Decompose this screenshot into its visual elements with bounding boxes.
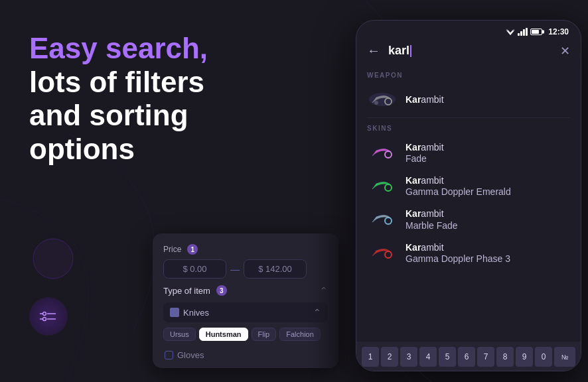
key-1[interactable]: 1 bbox=[362, 347, 379, 367]
key-4[interactable]: 4 bbox=[419, 347, 437, 367]
knives-text: Knives bbox=[183, 308, 209, 318]
headline-line2: lots of filters bbox=[29, 66, 204, 98]
emerald-name: Karambit bbox=[405, 174, 570, 186]
emerald-svg bbox=[367, 174, 398, 197]
list-item[interactable]: Karambit Marble Fade bbox=[356, 202, 581, 235]
knife-tags: Ursus Huntsman Flip Falchion bbox=[163, 328, 328, 341]
gloves-checkbox[interactable] bbox=[165, 351, 173, 359]
key-0[interactable]: 0 bbox=[535, 347, 552, 367]
karambit-weapon-svg bbox=[367, 88, 398, 111]
price-max-input[interactable] bbox=[244, 259, 307, 279]
key-8[interactable]: 8 bbox=[496, 347, 514, 367]
key-nr[interactable]: № bbox=[554, 347, 575, 367]
phase3-text: Karambit Gamma Doppler Phase 3 bbox=[405, 241, 570, 264]
svg-point-2 bbox=[43, 318, 46, 321]
price-inputs: — bbox=[163, 259, 328, 279]
close-icon[interactable]: ✕ bbox=[560, 44, 570, 58]
tag-flip[interactable]: Flip bbox=[252, 328, 277, 341]
search-text: karl bbox=[388, 44, 409, 58]
emerald-name-highlight: Kar bbox=[405, 175, 421, 186]
search-bar: ← karl ✕ bbox=[356, 39, 581, 66]
keyboard-row: 1 2 3 4 5 6 7 8 9 0 № bbox=[356, 342, 581, 371]
knives-label: Knives bbox=[170, 308, 209, 318]
filter-icon-circle bbox=[29, 297, 68, 336]
headline: Easy search, lots of filters and sorting… bbox=[29, 32, 299, 166]
tag-falchion[interactable]: Falchion bbox=[279, 328, 321, 341]
signal-icon bbox=[518, 28, 528, 36]
gloves-label: Gloves bbox=[177, 350, 204, 360]
phone-frame: 12:30 ← karl ✕ WEAPON bbox=[356, 20, 581, 371]
emerald-image bbox=[367, 174, 398, 197]
key-2[interactable]: 2 bbox=[381, 347, 398, 367]
phone-container: 12:30 ← karl ✕ WEAPON bbox=[356, 20, 581, 371]
section-weapon-label: WEAPON bbox=[356, 66, 581, 83]
phase3-svg bbox=[367, 241, 398, 264]
list-item[interactable]: Karambit Gamma Doppler Phase 3 bbox=[356, 236, 581, 269]
fade-subname: Fade bbox=[405, 153, 570, 164]
weapon-name-normal: ambit bbox=[421, 94, 443, 105]
filter-card: Price 1 — Type of item 3 ⌃ Knives ⌃ Ursu… bbox=[153, 233, 338, 368]
price-label: Price bbox=[163, 245, 181, 254]
chevron-up-icon: ⌃ bbox=[320, 285, 328, 296]
divider bbox=[367, 117, 570, 118]
weapon-name: Karambit bbox=[405, 94, 444, 105]
filter-icon bbox=[40, 310, 57, 323]
filter-type-badge: 3 bbox=[216, 285, 227, 296]
tag-huntsman[interactable]: Huntsman bbox=[199, 328, 248, 341]
key-3[interactable]: 3 bbox=[400, 347, 417, 367]
key-7[interactable]: 7 bbox=[477, 347, 494, 367]
search-highlight: karl bbox=[388, 44, 409, 57]
gloves-row[interactable]: Gloves bbox=[163, 346, 328, 360]
list-item[interactable]: Karambit Gamma Doppler Emerald bbox=[356, 169, 581, 202]
svg-point-11 bbox=[374, 101, 378, 105]
emerald-name-normal: ambit bbox=[421, 175, 443, 186]
marble-name-normal: ambit bbox=[421, 208, 443, 219]
fade-name-highlight: Kar bbox=[405, 142, 421, 153]
back-arrow-icon[interactable]: ← bbox=[367, 43, 380, 58]
price-badge: 1 bbox=[187, 244, 198, 255]
battery-icon bbox=[530, 29, 542, 35]
key-9[interactable]: 9 bbox=[516, 347, 533, 367]
fade-image bbox=[367, 141, 398, 164]
filter-type-label: Type of item bbox=[163, 286, 210, 296]
knives-row: Knives ⌃ bbox=[163, 302, 328, 322]
key-5[interactable]: 5 bbox=[439, 347, 456, 367]
key-6[interactable]: 6 bbox=[458, 347, 475, 367]
phase3-image bbox=[367, 241, 398, 264]
phase3-name-normal: ambit bbox=[421, 242, 443, 253]
fade-name-normal: ambit bbox=[421, 142, 443, 153]
status-time: 12:30 bbox=[548, 27, 569, 36]
phase3-subname: Gamma Doppler Phase 3 bbox=[405, 253, 570, 264]
fade-text: Karambit Fade bbox=[405, 141, 570, 164]
emerald-subname: Gamma Doppler Emerald bbox=[405, 186, 570, 197]
weapon-text: Karambit bbox=[405, 94, 570, 105]
marble-text: Karambit Marble Fade bbox=[405, 208, 570, 230]
svg-marker-8 bbox=[506, 29, 515, 35]
status-icons bbox=[506, 28, 542, 36]
phase3-name-highlight: Kar bbox=[405, 242, 421, 253]
marble-svg bbox=[367, 208, 398, 230]
list-item[interactable]: Karambit bbox=[356, 83, 581, 116]
marble-subname: Marble Fade bbox=[405, 220, 570, 231]
search-input-area[interactable]: karl bbox=[388, 44, 552, 58]
marble-name-highlight: Kar bbox=[405, 208, 421, 219]
filter-type-row[interactable]: Type of item 3 ⌃ bbox=[163, 285, 328, 296]
list-item[interactable]: Karambit Fade bbox=[356, 136, 581, 169]
weapon-image bbox=[367, 88, 398, 111]
fade-svg bbox=[367, 141, 398, 164]
price-min-input[interactable] bbox=[163, 259, 226, 279]
emerald-text: Karambit Gamma Doppler Emerald bbox=[405, 174, 570, 197]
headline-line4: options bbox=[29, 133, 135, 165]
marble-image bbox=[367, 208, 398, 230]
status-bar: 12:30 bbox=[356, 21, 581, 39]
knives-icon bbox=[170, 308, 179, 317]
knives-chevron-icon: ⌃ bbox=[313, 307, 321, 318]
fade-name: Karambit bbox=[405, 141, 570, 153]
price-separator: — bbox=[230, 264, 240, 275]
scroll-area[interactable]: WEAPON Karambit SKIN bbox=[356, 66, 581, 342]
headline-line3: and sorting bbox=[29, 99, 188, 131]
search-cursor bbox=[410, 45, 411, 57]
tag-ursus[interactable]: Ursus bbox=[163, 328, 196, 341]
section-skins-label: SKINS bbox=[356, 119, 581, 136]
marble-name: Karambit bbox=[405, 208, 570, 220]
